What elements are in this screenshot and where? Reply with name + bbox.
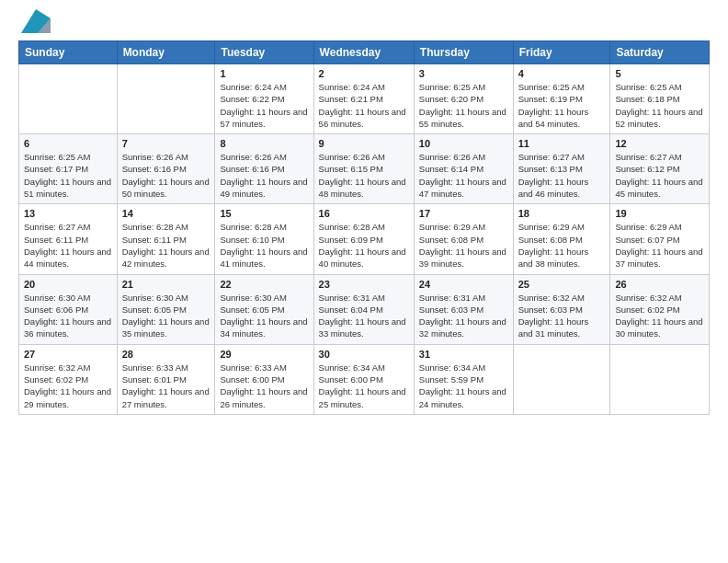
day-number: 28 (122, 349, 210, 360)
day-info: Sunrise: 6:25 AM Sunset: 6:18 PM Dayligh… (615, 81, 704, 130)
day-number: 20 (24, 279, 112, 290)
day-info: Sunrise: 6:26 AM Sunset: 6:15 PM Dayligh… (319, 151, 409, 200)
day-cell: 17Sunrise: 6:29 AM Sunset: 6:08 PM Dayli… (414, 204, 513, 274)
day-number: 31 (419, 349, 508, 360)
day-info: Sunrise: 6:24 AM Sunset: 6:21 PM Dayligh… (319, 81, 409, 130)
day-cell: 19Sunrise: 6:29 AM Sunset: 6:07 PM Dayli… (610, 204, 710, 274)
day-header-friday: Friday (513, 41, 610, 64)
day-number: 15 (220, 208, 308, 219)
day-info: Sunrise: 6:34 AM Sunset: 6:00 PM Dayligh… (319, 362, 409, 410)
day-number: 24 (419, 279, 508, 290)
day-number: 9 (319, 138, 409, 149)
day-info: Sunrise: 6:30 AM Sunset: 6:06 PM Dayligh… (24, 292, 112, 340)
day-cell: 3Sunrise: 6:25 AM Sunset: 6:20 PM Daylig… (414, 64, 513, 134)
day-cell: 8Sunrise: 6:26 AM Sunset: 6:16 PM Daylig… (215, 134, 313, 204)
week-row-4: 20Sunrise: 6:30 AM Sunset: 6:06 PM Dayli… (19, 274, 710, 344)
day-number: 29 (220, 349, 308, 360)
day-info: Sunrise: 6:24 AM Sunset: 6:22 PM Dayligh… (220, 81, 308, 130)
day-info: Sunrise: 6:32 AM Sunset: 6:03 PM Dayligh… (518, 292, 606, 340)
day-info: Sunrise: 6:32 AM Sunset: 6:02 PM Dayligh… (615, 292, 704, 340)
day-info: Sunrise: 6:26 AM Sunset: 6:16 PM Dayligh… (220, 151, 308, 200)
day-cell: 14Sunrise: 6:28 AM Sunset: 6:11 PM Dayli… (117, 204, 215, 274)
day-header-wednesday: Wednesday (313, 41, 414, 64)
day-cell: 21Sunrise: 6:30 AM Sunset: 6:05 PM Dayli… (117, 274, 215, 344)
day-info: Sunrise: 6:33 AM Sunset: 6:01 PM Dayligh… (122, 362, 210, 410)
day-info: Sunrise: 6:29 AM Sunset: 6:07 PM Dayligh… (615, 221, 704, 270)
day-number: 27 (24, 349, 112, 360)
day-info: Sunrise: 6:33 AM Sunset: 6:00 PM Dayligh… (220, 362, 308, 410)
day-info: Sunrise: 6:30 AM Sunset: 6:05 PM Dayligh… (122, 292, 210, 340)
header-row: SundayMondayTuesdayWednesdayThursdayFrid… (19, 41, 710, 64)
day-info: Sunrise: 6:29 AM Sunset: 6:08 PM Dayligh… (419, 221, 508, 270)
day-number: 22 (220, 279, 308, 290)
day-cell: 23Sunrise: 6:31 AM Sunset: 6:04 PM Dayli… (313, 274, 414, 344)
day-cell: 24Sunrise: 6:31 AM Sunset: 6:03 PM Dayli… (414, 274, 513, 344)
day-cell: 6Sunrise: 6:25 AM Sunset: 6:17 PM Daylig… (19, 134, 118, 204)
day-cell: 27Sunrise: 6:32 AM Sunset: 6:02 PM Dayli… (19, 344, 118, 414)
day-number: 16 (319, 208, 409, 219)
day-number: 30 (319, 349, 409, 360)
day-number: 13 (24, 208, 112, 219)
day-number: 21 (122, 279, 210, 290)
day-header-tuesday: Tuesday (215, 41, 313, 64)
day-info: Sunrise: 6:28 AM Sunset: 6:09 PM Dayligh… (319, 221, 409, 270)
day-number: 17 (419, 208, 508, 219)
day-cell: 28Sunrise: 6:33 AM Sunset: 6:01 PM Dayli… (117, 344, 215, 414)
day-info: Sunrise: 6:25 AM Sunset: 6:20 PM Dayligh… (419, 81, 508, 130)
day-info: Sunrise: 6:25 AM Sunset: 6:19 PM Dayligh… (518, 81, 606, 130)
day-cell: 16Sunrise: 6:28 AM Sunset: 6:09 PM Dayli… (313, 204, 414, 274)
header (0, 0, 728, 40)
day-info: Sunrise: 6:31 AM Sunset: 6:03 PM Dayligh… (419, 292, 508, 340)
day-info: Sunrise: 6:27 AM Sunset: 6:12 PM Dayligh… (615, 151, 704, 200)
day-number: 14 (122, 208, 210, 219)
day-number: 6 (24, 138, 112, 149)
day-cell: 25Sunrise: 6:32 AM Sunset: 6:03 PM Dayli… (513, 274, 610, 344)
day-cell: 18Sunrise: 6:29 AM Sunset: 6:08 PM Dayli… (513, 204, 610, 274)
day-cell: 22Sunrise: 6:30 AM Sunset: 6:05 PM Dayli… (215, 274, 313, 344)
day-cell: 30Sunrise: 6:34 AM Sunset: 6:00 PM Dayli… (313, 344, 414, 414)
page: SundayMondayTuesdayWednesdayThursdayFrid… (0, 0, 728, 563)
day-info: Sunrise: 6:34 AM Sunset: 5:59 PM Dayligh… (419, 362, 508, 410)
week-row-2: 6Sunrise: 6:25 AM Sunset: 6:17 PM Daylig… (19, 134, 710, 204)
day-info: Sunrise: 6:30 AM Sunset: 6:05 PM Dayligh… (220, 292, 308, 340)
day-info: Sunrise: 6:27 AM Sunset: 6:13 PM Dayligh… (518, 151, 606, 200)
logo-icon (21, 9, 51, 33)
day-cell (513, 344, 610, 414)
day-number: 10 (419, 138, 508, 149)
day-cell: 2Sunrise: 6:24 AM Sunset: 6:21 PM Daylig… (313, 64, 414, 134)
week-row-3: 13Sunrise: 6:27 AM Sunset: 6:11 PM Dayli… (19, 204, 710, 274)
day-number: 12 (615, 138, 704, 149)
day-header-thursday: Thursday (414, 41, 513, 64)
day-number: 3 (419, 68, 508, 79)
day-number: 4 (518, 68, 606, 79)
day-info: Sunrise: 6:28 AM Sunset: 6:11 PM Dayligh… (122, 221, 210, 270)
day-cell: 12Sunrise: 6:27 AM Sunset: 6:12 PM Dayli… (610, 134, 710, 204)
day-cell: 29Sunrise: 6:33 AM Sunset: 6:00 PM Dayli… (215, 344, 313, 414)
day-info: Sunrise: 6:27 AM Sunset: 6:11 PM Dayligh… (24, 221, 112, 270)
day-number: 8 (220, 138, 308, 149)
day-cell: 11Sunrise: 6:27 AM Sunset: 6:13 PM Dayli… (513, 134, 610, 204)
calendar-table: SundayMondayTuesdayWednesdayThursdayFrid… (18, 40, 710, 415)
day-info: Sunrise: 6:25 AM Sunset: 6:17 PM Dayligh… (24, 151, 112, 200)
week-row-5: 27Sunrise: 6:32 AM Sunset: 6:02 PM Dayli… (19, 344, 710, 414)
day-cell (117, 64, 215, 134)
day-number: 1 (220, 68, 308, 79)
day-cell: 9Sunrise: 6:26 AM Sunset: 6:15 PM Daylig… (313, 134, 414, 204)
day-info: Sunrise: 6:29 AM Sunset: 6:08 PM Dayligh… (518, 221, 606, 270)
day-number: 2 (319, 68, 409, 79)
day-number: 25 (518, 279, 606, 290)
day-info: Sunrise: 6:28 AM Sunset: 6:10 PM Dayligh… (220, 221, 308, 270)
day-cell: 1Sunrise: 6:24 AM Sunset: 6:22 PM Daylig… (215, 64, 313, 134)
day-cell: 13Sunrise: 6:27 AM Sunset: 6:11 PM Dayli… (19, 204, 118, 274)
day-header-monday: Monday (117, 41, 215, 64)
logo (18, 17, 51, 33)
day-info: Sunrise: 6:26 AM Sunset: 6:14 PM Dayligh… (419, 151, 508, 200)
day-number: 19 (615, 208, 704, 219)
day-cell: 7Sunrise: 6:26 AM Sunset: 6:16 PM Daylig… (117, 134, 215, 204)
day-cell: 26Sunrise: 6:32 AM Sunset: 6:02 PM Dayli… (610, 274, 710, 344)
day-header-sunday: Sunday (19, 41, 118, 64)
day-header-saturday: Saturday (610, 41, 710, 64)
day-cell (610, 344, 710, 414)
day-number: 5 (615, 68, 704, 79)
week-row-1: 1Sunrise: 6:24 AM Sunset: 6:22 PM Daylig… (19, 64, 710, 134)
